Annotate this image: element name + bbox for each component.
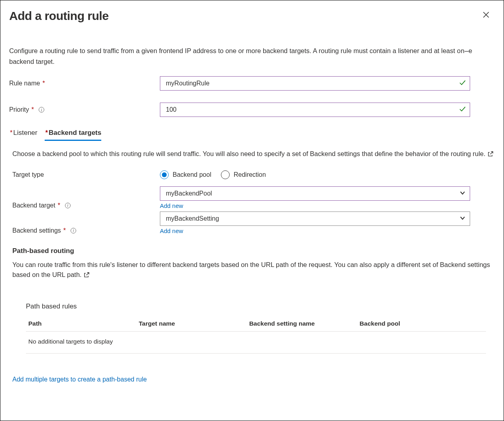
info-icon[interactable]: i: [65, 203, 71, 208]
radio-backend-pool[interactable]: Backend pool: [160, 170, 211, 179]
info-icon[interactable]: i: [71, 228, 76, 233]
backend-settings-select[interactable]: myBackendSetting: [160, 211, 470, 226]
backend-settings-label: Backend settings* i: [9, 227, 160, 234]
col-backend-pool: Backend pool: [357, 317, 486, 332]
backend-target-label: Backend target* i: [9, 202, 160, 209]
external-link-icon[interactable]: [488, 151, 493, 156]
chevron-down-icon: [460, 215, 465, 222]
target-type-label: Target type: [9, 171, 160, 178]
backend-targets-description: Choose a backend pool to which this rout…: [9, 149, 495, 159]
col-path: Path: [26, 317, 136, 332]
radio-icon: [160, 170, 169, 179]
info-icon[interactable]: i: [39, 107, 44, 113]
required-marker: *: [63, 227, 66, 234]
rule-name-label: Rule name*: [9, 80, 160, 87]
path-based-routing-description: You can route traffic from this rule's l…: [9, 260, 495, 280]
backend-target-select[interactable]: myBackendPool: [160, 186, 470, 201]
radio-redirection[interactable]: Redirection: [221, 170, 266, 179]
col-target-name: Target name: [136, 317, 247, 332]
tab-backend-targets[interactable]: *Backend targets: [45, 129, 102, 141]
path-rules-table: Path Target name Backend setting name Ba…: [26, 317, 486, 354]
required-marker: *: [32, 106, 34, 113]
add-path-targets-link[interactable]: Add multiple targets to create a path-ba…: [9, 376, 495, 383]
text-cursor: n̶: [461, 46, 469, 57]
required-marker: *: [58, 202, 60, 209]
col-backend-setting-name: Backend setting name: [247, 317, 357, 332]
empty-row-message: No additional targets to display: [26, 331, 486, 353]
rule-name-input[interactable]: [160, 76, 470, 91]
chevron-down-icon: [460, 190, 465, 197]
panel-description: Configure a routing rule to send traffic…: [9, 46, 495, 67]
priority-label: Priority* i: [9, 106, 160, 113]
table-header-row: Path Target name Backend setting name Ba…: [26, 317, 486, 332]
path-rules-title: Path based rules: [26, 302, 486, 310]
table-row: No additional targets to display: [26, 331, 486, 353]
path-based-routing-heading: Path-based routing: [9, 247, 495, 255]
checkmark-icon: [459, 79, 466, 88]
required-marker: *: [42, 80, 45, 87]
external-link-icon[interactable]: [84, 272, 89, 277]
add-routing-rule-panel: Add a routing rule Configure a routing r…: [0, 0, 504, 421]
close-button[interactable]: [480, 8, 492, 21]
tab-listener[interactable]: *Listener: [9, 129, 37, 141]
page-title: Add a routing rule: [9, 9, 108, 23]
priority-input[interactable]: [160, 103, 470, 117]
backend-settings-add-new-link[interactable]: Add new: [160, 227, 470, 234]
radio-icon: [221, 170, 230, 179]
close-icon: [482, 11, 490, 18]
checkmark-icon: [459, 106, 466, 114]
backend-target-add-new-link[interactable]: Add new: [160, 202, 470, 209]
